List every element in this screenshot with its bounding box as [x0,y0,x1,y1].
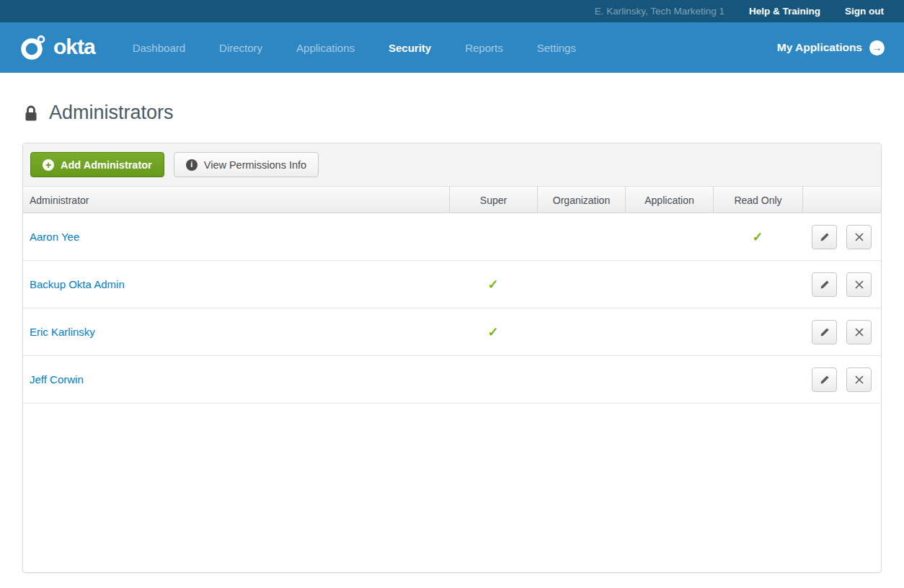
main-content: Administrators + Add Administrator i Vie… [0,102,904,573]
close-icon [854,232,864,242]
edit-admin-button[interactable] [812,272,837,297]
panel-toolbar: + Add Administrator i View Permissions I… [23,143,881,187]
nav-item-directory[interactable]: Directory [219,42,262,54]
add-administrator-label: Add Administrator [61,159,152,171]
nav-item-applications[interactable]: Applications [296,42,355,54]
table-row: Eric Karlinsky ✓ [23,308,881,356]
okta-logo-icon [19,33,48,62]
check-icon: ✓ [752,230,763,244]
sign-out-link[interactable]: Sign out [845,6,884,17]
table-header-row: AdministratorSuperOrganizationApplicatio… [23,187,881,213]
edit-admin-button[interactable] [812,368,837,392]
add-administrator-button[interactable]: + Add Administrator [30,152,164,177]
column-header-administrator: Administrator [23,187,449,213]
lock-icon [24,104,38,122]
navbar: okta DashboardDirectoryApplicationsSecur… [0,22,904,73]
nav-item-security[interactable]: Security [389,42,431,54]
nav-item-settings[interactable]: Settings [537,42,576,54]
page-title-text: Administrators [49,102,174,124]
info-icon: i [186,159,198,171]
delete-admin-button[interactable] [846,272,872,297]
current-user-label: E. Karlinsky, Tech Marketing 1 [595,6,724,17]
my-applications-link[interactable]: My Applications → [777,40,904,55]
help-training-link[interactable]: Help & Training [749,6,820,17]
page-title: Administrators [24,102,882,124]
my-applications-label: My Applications [777,41,862,54]
admin-name-link-aaron-yee[interactable]: Aaron Yee [30,231,79,243]
close-icon [854,327,864,337]
check-icon: ✓ [487,277,498,292]
edit-admin-button[interactable] [812,225,837,249]
topbar: E. Karlinsky, Tech Marketing 1 Help & Tr… [0,0,904,22]
super-cell: ✓ [449,277,537,293]
delete-admin-button[interactable] [846,320,872,344]
delete-admin-button[interactable] [846,225,872,249]
close-icon [854,280,864,290]
nav-item-dashboard[interactable]: Dashboard [133,42,185,54]
column-header-actions [802,187,881,213]
admin-name-link-eric-karlinsky[interactable]: Eric Karlinsky [30,326,95,338]
pencil-icon [819,279,830,290]
pencil-icon [819,326,830,338]
primary-nav: DashboardDirectoryApplicationsSecurityRe… [133,42,576,54]
admin-name-link-jeff-corwin[interactable]: Jeff Corwin [30,373,84,386]
administrators-panel: + Add Administrator i View Permissions I… [22,143,882,573]
view-permissions-info-button[interactable]: i View Permissions Info [174,152,319,177]
read-only-cell: ✓ [713,229,802,245]
delete-admin-button[interactable] [846,368,872,392]
admin-name-link-backup-okta-admin[interactable]: Backup Okta Admin [30,278,125,290]
table-row: Aaron Yee ✓ [23,213,881,261]
column-header-organization: Organization [537,187,625,213]
column-header-super: Super [449,187,537,213]
table-row: Backup Okta Admin ✓ [23,261,881,308]
column-header-read-only: Read Only [713,187,802,213]
okta-logo[interactable]: okta [0,33,95,62]
close-icon [854,375,864,385]
brand-name: okta [53,36,95,58]
arrow-right-icon: → [869,40,885,55]
super-cell: ✓ [449,324,537,340]
pencil-icon [819,231,830,243]
nav-item-reports[interactable]: Reports [465,42,503,54]
view-permissions-info-label: View Permissions Info [204,159,306,171]
column-header-application: Application [625,187,713,213]
table-body: Aaron Yee ✓ Backup Okta Admin ✓ [23,213,881,404]
plus-icon: + [43,159,54,171]
check-icon: ✓ [487,325,498,339]
table-row: Jeff Corwin [23,356,881,404]
pencil-icon [819,374,830,386]
edit-admin-button[interactable] [812,320,837,344]
